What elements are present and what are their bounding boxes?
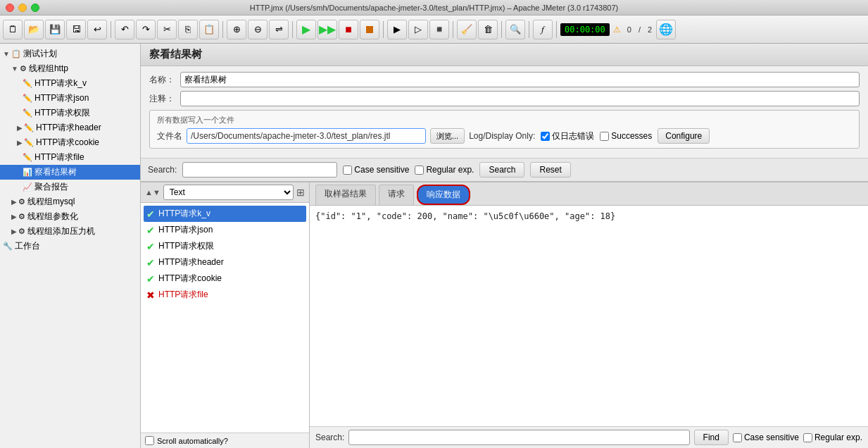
function-helper-button[interactable]: 𝑓	[533, 20, 553, 39]
detail-case-sensitive[interactable]: Case sensitive	[733, 433, 799, 442]
browse-button[interactable]: 浏览...	[430, 128, 465, 144]
close-button[interactable]	[6, 4, 14, 12]
checkbox-log-errors[interactable]: 仅日志错误	[541, 130, 594, 142]
maximize-button[interactable]	[31, 4, 39, 12]
expand-arrow-mysql: ▶	[11, 198, 17, 206]
sidebar-item-http-file[interactable]: ✏️ HTTP请求file	[0, 150, 140, 165]
content-area: 察看结果树 名称： 注释： 所有数据写入一个文件 文件名 浏览... Lo	[141, 44, 868, 448]
remote-start-all-button[interactable]: ▷	[408, 20, 428, 39]
sidebar-item-thread-mysql[interactable]: ▶ ⚙ 线程组mysql	[0, 194, 140, 209]
sidebar-item-http-header[interactable]: ▶ ✏️ HTTP请求header	[0, 120, 140, 135]
sidebar-item-test-plan[interactable]: ▼ 📋 测试计划	[0, 46, 140, 61]
detail-case-checkbox[interactable]	[733, 433, 742, 442]
result-item-json[interactable]: ✔ HTTP请求json	[144, 222, 306, 238]
name-input[interactable]	[180, 72, 860, 87]
log-errors-checkbox[interactable]	[541, 132, 550, 141]
redo-button[interactable]: ↷	[136, 20, 156, 39]
shutdown-button[interactable]: ⏹	[360, 20, 379, 39]
tab-response-data[interactable]: 响应数据	[417, 185, 470, 205]
configure-button[interactable]: Configure	[658, 128, 710, 144]
result-item-kv[interactable]: ✔ HTTP请求k_v	[144, 206, 306, 222]
save-all-button[interactable]: 🖫	[66, 20, 86, 39]
start-no-pause-button[interactable]: ▶▶	[317, 20, 337, 39]
remote-start-button[interactable]: ▶	[387, 20, 407, 39]
collapse-button[interactable]: ⊖	[248, 20, 268, 39]
case-sensitive-checkbox[interactable]	[343, 166, 352, 175]
undo-button[interactable]: ↶	[115, 20, 134, 39]
count-separator: /	[636, 25, 643, 34]
result-item-file[interactable]: ✖ HTTP请求file	[144, 287, 306, 303]
search-icon[interactable]: 🔍	[505, 20, 525, 39]
sidebar-item-thread-param[interactable]: ▶ ⚙ 线程组参数化	[0, 209, 140, 224]
copy-button[interactable]: ⎘	[178, 20, 198, 39]
detail-regexp-checkbox[interactable]	[803, 433, 812, 442]
sidebar-item-aggregate-report[interactable]: 📈 聚合报告	[0, 180, 140, 194]
start-button[interactable]: ▶	[296, 20, 316, 39]
stop-button[interactable]: ■	[339, 20, 358, 39]
sidebar-item-http-auth[interactable]: ✏️ HTTP请求权限	[0, 106, 140, 120]
detail-case-label: Case sensitive	[744, 433, 799, 442]
regular-exp-text: Regular exp.	[426, 165, 474, 175]
find-button[interactable]: Find	[694, 430, 729, 445]
new-button[interactable]: 🗒	[3, 20, 23, 39]
revert-button[interactable]: ↩	[87, 20, 107, 39]
result-item-auth[interactable]: ✔ HTTP请求权限	[144, 238, 306, 254]
separator-4	[383, 21, 384, 38]
search-button[interactable]: Search	[479, 162, 524, 178]
sidebar-item-http-kv[interactable]: ✏️ HTTP请求k_v	[0, 76, 140, 91]
clear-all-button[interactable]: 🗑	[478, 20, 498, 39]
minimize-button[interactable]	[18, 4, 27, 12]
save-button[interactable]: 💾	[45, 20, 65, 39]
cut-button[interactable]: ✂	[157, 20, 177, 39]
result-label-file: HTTP请求file	[158, 289, 208, 301]
expand-button[interactable]: ⊕	[227, 20, 246, 39]
sidebar-item-thread-http[interactable]: ▼ ⚙ 线程组http	[0, 61, 140, 76]
sidebar-item-http-json[interactable]: ✏️ HTTP请求json	[0, 91, 140, 106]
warning-icon: ⚠	[613, 25, 621, 35]
open-button[interactable]: 📂	[24, 20, 44, 39]
case-sensitive-text: Case sensitive	[354, 165, 409, 175]
expand-list-icon[interactable]: ⊞	[296, 187, 305, 198]
globe-icon: 🌐	[656, 20, 676, 39]
form-area: 名称： 注释： 所有数据写入一个文件 文件名 浏览... Log/Display…	[141, 66, 868, 158]
checkbox-successes[interactable]: Successes	[600, 131, 652, 141]
detail-search-input[interactable]	[348, 430, 689, 445]
paste-button[interactable]: 📋	[199, 20, 219, 39]
separator-5	[453, 21, 453, 38]
clear-button[interactable]: 🧹	[457, 20, 477, 39]
test-plan-icon: 📋	[11, 49, 21, 58]
http-header-icon: ✏️	[24, 123, 34, 132]
remote-stop-button[interactable]: ◾	[429, 20, 449, 39]
result-label-kv: HTTP请求k_v	[158, 208, 210, 220]
file-input[interactable]	[187, 128, 426, 144]
toggle-button[interactable]: ⇌	[269, 20, 289, 39]
text-select[interactable]: Text XML HTML JSON	[163, 185, 294, 200]
separator-2	[222, 21, 223, 38]
success-icon-json: ✔	[146, 225, 155, 236]
tab-request[interactable]: 请求	[379, 185, 414, 205]
result-item-cookie[interactable]: ✔ HTTP请求cookie	[144, 270, 306, 287]
comment-input[interactable]	[180, 91, 860, 106]
reset-button[interactable]: Reset	[530, 162, 570, 178]
file-section: 所有数据写入一个文件 文件名 浏览... Log/Display Only: 仅…	[149, 110, 860, 149]
tab-sampler-result[interactable]: 取样器结果	[315, 185, 376, 205]
log-display-row: Log/Display Only: 仅日志错误 Successes Config…	[469, 128, 710, 144]
successes-checkbox[interactable]	[600, 132, 609, 141]
sidebar-item-view-results[interactable]: 📊 察看结果树	[0, 165, 140, 180]
separator-7	[529, 21, 529, 38]
sidebar-item-thread-stress[interactable]: ▶ ⚙ 线程组添加压力机	[0, 224, 140, 239]
sidebar-item-workbench[interactable]: 🔧 工作台	[0, 239, 140, 254]
success-icon-cookie: ✔	[146, 273, 155, 285]
regular-exp-label[interactable]: Regular exp.	[415, 165, 474, 175]
comment-label: 注释：	[149, 93, 175, 105]
case-sensitive-label[interactable]: Case sensitive	[343, 165, 409, 175]
regular-exp-checkbox[interactable]	[415, 166, 424, 175]
name-label: 名称：	[149, 74, 175, 86]
sidebar-item-http-cookie[interactable]: ▶ ✏️ HTTP请求cookie	[0, 135, 140, 150]
scroll-auto-checkbox[interactable]	[145, 436, 154, 445]
result-item-header[interactable]: ✔ HTTP请求header	[144, 254, 306, 270]
search-input[interactable]	[182, 162, 337, 178]
sidebar: ▼ 📋 测试计划 ▼ ⚙ 线程组http ✏️ HTTP请求k_v ✏️ HTT…	[0, 44, 141, 448]
success-icon-kv: ✔	[146, 209, 155, 220]
detail-regular-exp[interactable]: Regular exp.	[803, 433, 862, 442]
